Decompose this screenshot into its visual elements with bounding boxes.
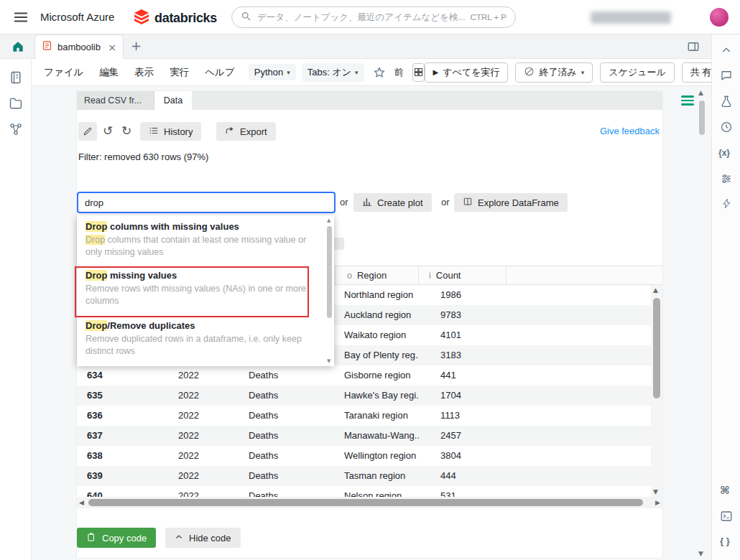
cell-region: Manawatu-Wang... — [336, 426, 419, 446]
create-plot-button[interactable]: Create plot — [353, 193, 432, 212]
menu-item-help[interactable]: ヘルプ — [197, 66, 242, 79]
copy-code-button[interactable]: Copy code — [77, 528, 156, 548]
new-tab-button[interactable]: + — [131, 38, 142, 53]
header-empty — [507, 266, 662, 284]
column-type: o — [347, 271, 352, 281]
variables-icon[interactable]: {x} — [718, 148, 730, 158]
menu-item-view[interactable]: 表示 — [126, 66, 162, 79]
terminal-icon[interactable] — [720, 510, 733, 526]
redo-button[interactable]: ↻ — [121, 123, 131, 138]
cell-drag-handle-icon[interactable] — [681, 93, 694, 108]
explore-dataframe-button[interactable]: Explore DataFrame — [454, 193, 568, 212]
suggestion-title: missing values — [107, 270, 177, 281]
cell-empty — [507, 486, 651, 497]
terminated-icon — [524, 66, 535, 79]
tab-bamboolib[interactable]: bamboolib × — [34, 34, 124, 59]
tab-data[interactable]: Data — [154, 91, 192, 110]
hide-code-label: Hide code — [189, 533, 231, 543]
scroll-down-icon[interactable]: ▼ — [653, 488, 658, 495]
notebooks-icon[interactable] — [9, 70, 23, 88]
folder-icon[interactable] — [9, 96, 23, 113]
comments-icon[interactable] — [720, 69, 733, 85]
cell-type: Deaths — [244, 486, 336, 497]
table-row: 6402022DeathsNelson region531 — [77, 486, 651, 497]
favorite-star-icon[interactable] — [373, 66, 386, 79]
databricks-logo-icon — [134, 9, 149, 27]
global-search-input[interactable] — [257, 12, 465, 22]
copy-code-label: Copy code — [102, 533, 147, 543]
scroll-down-icon[interactable]: ▼ — [327, 358, 330, 364]
header-region[interactable]: oRegion — [336, 266, 419, 284]
suggestion-drop-columns[interactable]: Drop columns with missing values Drop co… — [85, 221, 317, 258]
cell-count: 531 — [419, 486, 507, 497]
suggestion-description: Remove duplicated rows in a dataframe, i… — [85, 333, 317, 358]
workflows-icon[interactable] — [9, 122, 23, 139]
assistant-bolt-icon[interactable] — [721, 198, 732, 212]
cell-count: 2457 — [419, 426, 507, 446]
tab-close-icon[interactable]: × — [108, 42, 116, 53]
table-horizontal-scrollbar[interactable]: ◀ ▶ — [77, 497, 662, 508]
scroll-down-icon[interactable]: ▼ — [698, 550, 703, 557]
tab-read-csv[interactable]: Read CSV fr... — [77, 91, 154, 110]
cell-year: 2022 — [169, 446, 244, 466]
undo-button[interactable]: ↺ — [103, 123, 113, 138]
hamburger-menu-icon[interactable] — [13, 9, 29, 28]
scroll-up-icon[interactable]: ▲ — [653, 286, 658, 294]
table-hscroll-thumb[interactable] — [88, 499, 643, 506]
menu-item-run[interactable]: 実行 — [162, 66, 197, 79]
collapse-up-icon[interactable] — [721, 45, 732, 59]
export-icon — [225, 126, 235, 138]
run-all-button[interactable]: ▶ すべてを実行 — [425, 62, 509, 83]
view-grid-button[interactable] — [412, 63, 425, 82]
page-scrollbar-thumb[interactable] — [699, 101, 705, 135]
table-row: 6392022DeathsTasman region444 — [77, 466, 651, 486]
edit-pencil-button[interactable] — [78, 122, 97, 141]
play-icon: ▶ — [433, 68, 439, 76]
scroll-up-icon[interactable]: ▲ — [327, 218, 330, 223]
search-actions-input[interactable] — [85, 197, 328, 208]
export-button[interactable]: Export — [216, 122, 276, 141]
give-feedback-link[interactable]: Give feedback — [600, 126, 660, 136]
scroll-up-icon[interactable]: ▲ — [698, 89, 703, 96]
cell-year: 2022 — [169, 406, 244, 426]
workspace-selector-blurred[interactable] — [591, 11, 671, 24]
tabs-toggle[interactable]: Tabs: オン ▾ — [302, 63, 364, 82]
run-status-button[interactable]: 終了済み ▾ — [515, 62, 593, 83]
header-count[interactable]: iCount — [419, 266, 507, 284]
left-rail — [0, 59, 32, 560]
user-avatar[interactable] — [710, 8, 729, 27]
book-icon — [463, 197, 473, 209]
revision-history-icon[interactable] — [720, 121, 733, 136]
cell-empty — [507, 446, 651, 466]
table-vscroll-thumb[interactable] — [653, 298, 660, 398]
suggestion-drop-duplicates[interactable]: Drop/Remove duplicates Remove duplicated… — [85, 320, 317, 358]
scroll-right-icon[interactable]: ▶ — [655, 499, 660, 506]
suggestion-drop-missing-values[interactable]: Drop missing values Remove rows with mis… — [85, 270, 317, 307]
schedule-button[interactable]: スケジュール — [600, 62, 675, 83]
scroll-left-icon[interactable]: ◀ — [79, 499, 84, 506]
search-actions-box[interactable] — [77, 192, 336, 213]
run-status-label: 終了済み — [539, 66, 576, 79]
hide-code-button[interactable]: Hide code — [165, 528, 241, 548]
global-search[interactable]: CTRL + P — [231, 6, 516, 28]
databricks-notebook-screen: Microsoft Azure databricks CTRL + P bamb… — [0, 0, 740, 560]
dropdown-scroll-thumb[interactable] — [327, 226, 332, 318]
menu-item-edit[interactable]: 編集 — [91, 66, 126, 79]
experiments-icon[interactable] — [720, 95, 733, 111]
dropdown-scrollbar[interactable]: ▲ ▼ — [326, 216, 333, 365]
cell-empty — [507, 345, 651, 365]
home-icon[interactable] — [11, 39, 25, 57]
table-vertical-scrollbar[interactable]: ▲ ▼ — [651, 285, 662, 497]
history-button[interactable]: History — [140, 122, 201, 141]
or-label: or — [441, 197, 450, 207]
toolbar-glyph: 前 — [394, 66, 404, 79]
table-row: 6342022DeathsGisborne region441 — [77, 365, 651, 386]
page-scrollbar[interactable]: ▲ ▼ — [697, 89, 707, 557]
settings-sliders-icon[interactable] — [720, 172, 733, 188]
language-selector[interactable]: Python ▾ — [249, 64, 296, 80]
command-palette-icon[interactable]: ⌘ — [720, 484, 730, 497]
panel-toggle-icon[interactable] — [687, 40, 700, 56]
databricks-brand: databricks — [134, 9, 217, 27]
code-braces-icon[interactable]: { } — [720, 536, 730, 546]
menu-item-file[interactable]: ファイル — [36, 66, 91, 79]
